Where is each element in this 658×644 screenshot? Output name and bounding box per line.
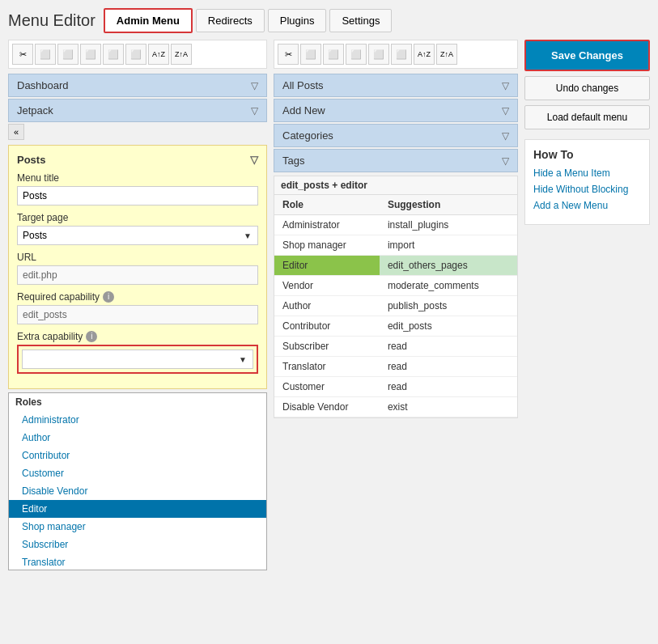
right-toolbar-paste[interactable]: ⬜ <box>323 44 344 65</box>
extra-capability-wrapper: edit_posts edit_others_pages ▼ <box>17 345 258 374</box>
role-item-translator[interactable]: Translator <box>9 553 266 570</box>
suggestion-value: edit_others_pages <box>380 256 517 276</box>
right-toolbar-add[interactable]: ⬜ <box>346 44 367 65</box>
undo-changes-button[interactable]: Undo changes <box>524 76 650 100</box>
menu-item-arrow: ▽ <box>251 80 258 91</box>
toolbar-cut[interactable]: ✂ <box>12 44 33 65</box>
right-toolbar-sort-az[interactable]: A↑Z <box>414 44 435 65</box>
suggestion-value: install_plugins <box>380 215 517 235</box>
right-sidebar: Save Changes Undo changes Load default m… <box>524 40 650 570</box>
toolbar-down[interactable]: ⬜ <box>125 44 146 65</box>
suggestion-role: Translator <box>274 357 380 377</box>
extra-capability-info-icon[interactable]: i <box>86 331 97 342</box>
menu-item-jetpack-label: Jetpack <box>17 104 53 117</box>
roles-section-header: Roles <box>9 393 266 411</box>
menu-item-all-posts[interactable]: All Posts ▽ <box>274 74 518 97</box>
role-item-editor[interactable]: Editor <box>9 500 266 518</box>
tab-redirects[interactable]: Redirects <box>196 9 265 32</box>
suggestions-col-role: Role <box>274 195 380 215</box>
menu-item-categories-label: Categories <box>282 129 333 142</box>
target-page-label: Target page <box>17 212 258 223</box>
menu-arrow: ▽ <box>502 130 509 142</box>
required-capability-label: Required capability i <box>17 291 258 303</box>
role-item-shop-manager[interactable]: Shop manager <box>9 518 266 536</box>
how-to-link-1[interactable]: Hide Without Blocking <box>533 184 641 195</box>
edit-panel-collapse-icon: ▽ <box>250 154 258 166</box>
suggestion-role: Author <box>274 296 380 316</box>
extra-capability-field: Extra capability i edit_posts edit_other… <box>17 331 258 374</box>
menu-item-arrow: ▽ <box>251 105 258 117</box>
how-to-section: How To Hide a Menu Item Hide Without Blo… <box>524 139 650 225</box>
role-item-contributor[interactable]: Contributor <box>9 447 266 464</box>
toolbar-sort-az[interactable]: A↑Z <box>148 44 169 65</box>
menu-title-field: Menu title <box>17 172 258 205</box>
tab-plugins[interactable]: Plugins <box>268 9 327 32</box>
menu-title-label: Menu title <box>17 172 258 184</box>
target-page-select[interactable]: Posts Dashboard Add New Categories Tags <box>17 226 258 245</box>
suggestion-row: Translatorread <box>274 357 517 377</box>
role-item-author[interactable]: Author <box>9 429 266 447</box>
tab-admin-menu[interactable]: Admin Menu <box>104 8 193 33</box>
menu-item-dashboard[interactable]: Dashboard ▽ <box>8 74 267 97</box>
required-capability-input <box>17 305 258 324</box>
menu-item-tags-label: Tags <box>282 155 304 167</box>
menu-item-add-new-label: Add New <box>282 104 325 117</box>
main-content: ✂ ⬜ ⬜ ⬜ ⬜ ⬜ A↑Z Z↑A Dashboard ▽ Jetpack … <box>8 40 650 570</box>
right-toolbar-up[interactable]: ⬜ <box>368 44 389 65</box>
right-toolbar-copy[interactable]: ⬜ <box>300 44 321 65</box>
toolbar-copy[interactable]: ⬜ <box>35 44 56 65</box>
menu-arrow: ▽ <box>502 105 509 117</box>
suggestion-role: Customer <box>274 377 380 397</box>
suggestion-role: Vendor <box>274 276 380 296</box>
edit-panel-header: Posts ▽ <box>17 154 258 166</box>
menu-item-dashboard-label: Dashboard <box>17 79 69 91</box>
suggestion-row: Administratorinstall_plugins <box>274 215 517 235</box>
role-item-customer[interactable]: Customer <box>9 464 266 482</box>
suggestion-row: Disable Vendorexist <box>274 397 517 417</box>
edit-panel: Posts ▽ Menu title Target page <box>8 145 267 389</box>
how-to-link-2[interactable]: Add a New Menu <box>533 200 641 211</box>
page-wrapper: Menu Editor Admin Menu Redirects Plugins… <box>0 0 658 644</box>
role-item-administrator[interactable]: Administrator <box>9 411 266 429</box>
collapse-button[interactable]: « <box>8 124 24 140</box>
toolbar-paste[interactable]: ⬜ <box>57 44 79 65</box>
suggestion-row: Customerread <box>274 377 517 397</box>
menu-item-categories[interactable]: Categories ▽ <box>274 124 518 147</box>
how-to-link-0[interactable]: Hide a Menu Item <box>533 167 641 179</box>
load-default-button[interactable]: Load default menu <box>524 105 650 129</box>
suggestions-col-suggestion: Suggestion <box>380 195 517 215</box>
extra-capability-select[interactable]: edit_posts edit_others_pages <box>22 350 253 369</box>
left-toolbar: ✂ ⬜ ⬜ ⬜ ⬜ ⬜ A↑Z Z↑A <box>8 40 267 69</box>
menu-item-add-new[interactable]: Add New ▽ <box>274 99 518 122</box>
suggestions-header: edit_posts + editor <box>274 176 517 195</box>
toolbar-up[interactable]: ⬜ <box>103 44 124 65</box>
suggestion-row: Vendormoderate_comments <box>274 276 517 296</box>
role-item-disable-vendor[interactable]: Disable Vendor <box>9 482 266 500</box>
header: Menu Editor Admin Menu Redirects Plugins… <box>8 8 650 33</box>
how-to-title: How To <box>533 148 641 161</box>
save-changes-button[interactable]: Save Changes <box>524 40 650 71</box>
right-toolbar-cut[interactable]: ✂ <box>278 44 299 65</box>
suggestion-value: exist <box>380 397 517 417</box>
tab-settings[interactable]: Settings <box>329 9 392 32</box>
toolbar-add[interactable]: ⬜ <box>80 44 101 65</box>
suggestion-value: read <box>380 377 517 397</box>
suggestion-value: publish_posts <box>380 296 517 316</box>
right-toolbar-down[interactable]: ⬜ <box>391 44 412 65</box>
menu-item-jetpack[interactable]: Jetpack ▽ <box>8 99 267 122</box>
required-capability-info-icon[interactable]: i <box>103 291 114 303</box>
url-input <box>17 265 258 285</box>
suggestion-role: Subscriber <box>274 337 380 357</box>
right-toolbar-sort-za[interactable]: Z↑A <box>436 44 457 65</box>
required-capability-field: Required capability i <box>17 291 258 324</box>
suggestion-row: Authorpublish_posts <box>274 296 517 316</box>
url-field: URL <box>17 252 258 285</box>
middle-column: ✂ ⬜ ⬜ ⬜ ⬜ ⬜ A↑Z Z↑A All Posts ▽ Add New … <box>274 40 518 570</box>
menu-item-tags[interactable]: Tags ▽ <box>274 149 518 172</box>
url-label: URL <box>17 252 258 263</box>
menu-title-input[interactable] <box>17 186 258 205</box>
toolbar-sort-za[interactable]: Z↑A <box>171 44 192 65</box>
suggestion-role: Administrator <box>274 215 380 235</box>
role-item-subscriber[interactable]: Subscriber <box>9 536 266 553</box>
suggestion-value: read <box>380 357 517 377</box>
